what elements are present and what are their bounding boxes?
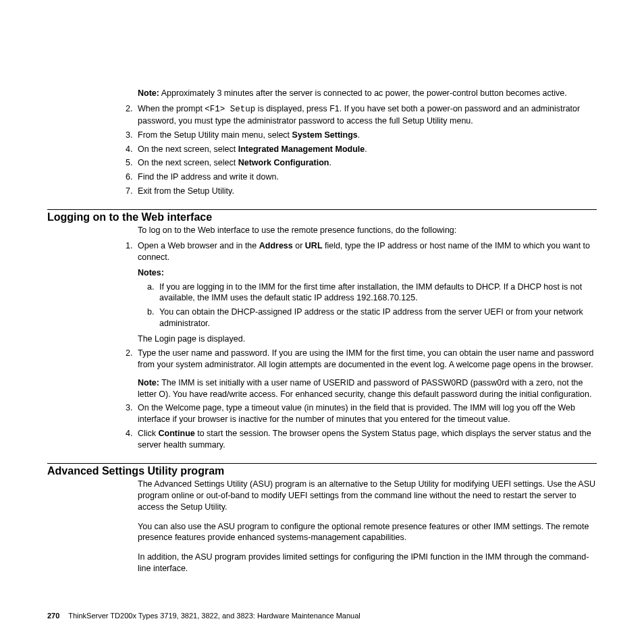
list-number: 5.	[126, 157, 138, 169]
section-intro: To log on to the Web interface to use th…	[138, 225, 597, 236]
section-heading-logging: Logging on to the Web interface	[47, 209, 597, 223]
page-footer: 270 ThinkServer TD200x Types 3719, 3821,…	[47, 612, 360, 620]
list-number: 2.	[126, 348, 138, 400]
list-item: 2. When the prompt <F1> Setup is display…	[126, 103, 597, 127]
footer-text: ThinkServer TD200x Types 3719, 3821, 382…	[68, 612, 360, 620]
section-heading-asu: Advanced Settings Utility program	[47, 463, 597, 477]
list-item: 6. Find the IP address and write it down…	[126, 171, 597, 183]
list-item: a.If you are logging in to the IMM for t…	[147, 281, 597, 304]
asu-body: The Advanced Settings Utility (ASU) prog…	[138, 479, 597, 574]
list-number: 6.	[126, 171, 138, 183]
notes-sublist: a.If you are logging in to the IMM for t…	[147, 281, 597, 330]
list-item: 7. Exit from the Setup Utility.	[126, 186, 597, 197]
list-number: 4.	[126, 428, 138, 451]
list-item: 3. From the Setup Utility main menu, sel…	[126, 130, 597, 141]
top-ordered-list: 2. When the prompt <F1> Setup is display…	[126, 103, 597, 197]
list-number: 1.	[126, 240, 138, 345]
list-number: 4.	[126, 144, 138, 155]
list-item: 2. Type the user name and password. If y…	[126, 348, 597, 400]
list-number: 3.	[126, 130, 138, 141]
list-item: b.You can obtain the DHCP-assigned IP ad…	[147, 306, 597, 329]
list-item: 1. Open a Web browser and in the Address…	[126, 240, 597, 345]
list-item: 5. On the next screen, select Network Co…	[126, 157, 597, 169]
list-item: 3. On the Welcome page, type a timeout v…	[126, 402, 597, 425]
logging-ordered-list: 1. Open a Web browser and in the Address…	[126, 240, 597, 451]
page-number: 270	[47, 612, 59, 620]
list-number: 7.	[126, 186, 138, 197]
list-item: 4. On the next screen, select Integrated…	[126, 144, 597, 155]
note-paragraph: Note: Approximately 3 minutes after the …	[138, 88, 597, 99]
document-page: Note: Approximately 3 minutes after the …	[0, 0, 644, 606]
list-item: 4. Click Continue to start the session. …	[126, 428, 597, 451]
notes-label: Notes:	[138, 267, 597, 279]
list-number: 3.	[126, 402, 138, 425]
list-number: 2.	[126, 103, 138, 127]
